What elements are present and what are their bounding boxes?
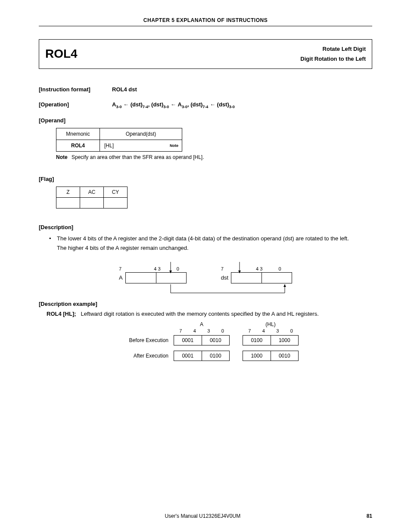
operand-header-mnemonic: Mnemonic (56, 128, 100, 140)
example-section: [Description example] ROL4 [HL]; Leftwar… (39, 301, 372, 366)
subtitle-line2: Digit Rotation to the Left (300, 54, 366, 64)
rotation-diagram: 7 4 3 0 A 7 4 (39, 266, 372, 283)
description-section: [Description] • The lower 4 bits of the … (39, 224, 372, 253)
reg-dst-label: dst (221, 274, 228, 281)
table-row: Z AC CY (56, 187, 128, 198)
operand-mnemonic-cell: ROL4 (56, 140, 100, 152)
page-footer: User's Manual U12326EJ4V0UM 81 (0, 513, 411, 519)
bit-0: 0 (279, 266, 281, 271)
instruction-subtitle: Rotate Left Digit Digit Rotation to the … (300, 44, 366, 64)
format-value: ROL4 dst (112, 86, 137, 93)
table-row (56, 198, 128, 208)
description-label: [Description] (39, 224, 112, 230)
note-label: Note (56, 154, 68, 160)
bit-7: 7 (119, 266, 121, 271)
list-item: • The lower 4 bits of the A register and… (49, 234, 372, 243)
bit-4: 4 (256, 266, 258, 271)
footer-page-number: 81 (367, 513, 372, 519)
bit-3: 3 (260, 266, 262, 271)
table-row: After Execution 0001 0100 1000 0010 (112, 351, 299, 361)
flag-cy: CY (104, 187, 128, 198)
bit-0: 0 (177, 266, 179, 271)
example-line: ROL4 [HL]; Leftward digit rotation is ex… (47, 311, 372, 317)
reg-a-label: A (119, 274, 123, 281)
subtitle-line1: Rotate Left Digit (300, 44, 366, 54)
instruction-mnemonic: ROL4 (45, 47, 78, 61)
description-list: • The lower 4 bits of the A register and… (49, 234, 372, 253)
footer-manual: User's Manual U12326EJ4V0UM (39, 513, 367, 519)
operand-label: [Operand] (39, 117, 112, 124)
flag-label: [Flag] (39, 176, 112, 182)
example-code: ROL4 [HL]; (47, 311, 76, 317)
example-row-after: After Execution (112, 353, 174, 359)
chapter-header: CHAPTER 5 EXPLANATION OF INSTRUCTIONS (39, 17, 372, 26)
instruction-format-row: [Instruction format] ROL4 dst (39, 86, 372, 93)
example-hl-before: 0100 1000 (243, 335, 299, 345)
example-text: Leftward digit rotation is executed with… (81, 311, 318, 317)
operation-row: [Operation] A3-0 ← (dst)7-4, (dst)3-0 ← … (39, 101, 372, 109)
operation-value: A3-0 ← (dst)7-4, (dst)3-0 ← A3-0, (dst)7… (112, 101, 235, 109)
operand-section: [Operand] Mnemonic Operand(dst) ROL4 [HL… (39, 117, 372, 160)
format-label: [Instruction format] (39, 86, 112, 93)
description-text1: The lower 4 bits of the A register and t… (57, 234, 349, 243)
operand-operand-cell: [HL] Note (100, 140, 182, 152)
flag-z: Z (56, 187, 80, 198)
description-text2: The higher 4 bits of the A register rema… (57, 243, 189, 253)
example-row-before: Before Execution (112, 337, 174, 343)
flag-ac-val (80, 198, 104, 208)
bit-7: 7 (221, 266, 224, 271)
operand-table: Mnemonic Operand(dst) ROL4 [HL] Note (56, 128, 182, 152)
reg-dst-box (231, 272, 292, 283)
example-diagram: A (HL) 7430 7430 Before Execution (39, 321, 372, 366)
table-row: Before Execution 0001 0010 0100 1000 (112, 335, 299, 345)
bullet-spacer (49, 243, 57, 253)
flag-ac: AC (80, 187, 104, 198)
operation-label: [Operation] (39, 101, 112, 108)
flag-table: Z AC CY (56, 187, 128, 208)
example-a-after: 0001 0100 (174, 351, 230, 361)
operand-value: [HL] (104, 143, 114, 149)
operand-note: Note Specify an area other than the SFR … (56, 154, 372, 160)
table-row: ROL4 [HL] Note (56, 140, 182, 152)
instruction-title-box: ROL4 Rotate Left Digit Digit Rotation to… (39, 39, 372, 69)
bit-3: 3 (158, 266, 161, 271)
flag-section: [Flag] Z AC CY (39, 176, 372, 208)
example-col-hl: (HL) (243, 321, 299, 327)
page: CHAPTER 5 EXPLANATION OF INSTRUCTIONS RO… (0, 0, 411, 532)
note-badge: Note (170, 143, 178, 148)
reg-a-box (125, 272, 187, 283)
flag-cy-val (104, 198, 128, 208)
flag-z-val (56, 198, 80, 208)
example-a-before: 0001 0010 (174, 335, 230, 345)
operand-header-operand: Operand(dst) (100, 128, 182, 140)
note-text: Specify an area other than the SFR area … (72, 154, 204, 160)
table-row: Mnemonic Operand(dst) (56, 128, 182, 140)
bit-4: 4 (154, 266, 156, 271)
example-col-a: A (174, 321, 230, 327)
example-label: [Description example] (39, 301, 112, 307)
list-item: The higher 4 bits of the A register rema… (49, 243, 372, 253)
bullet-icon: • (49, 234, 57, 243)
example-hl-after: 1000 0010 (243, 351, 299, 361)
